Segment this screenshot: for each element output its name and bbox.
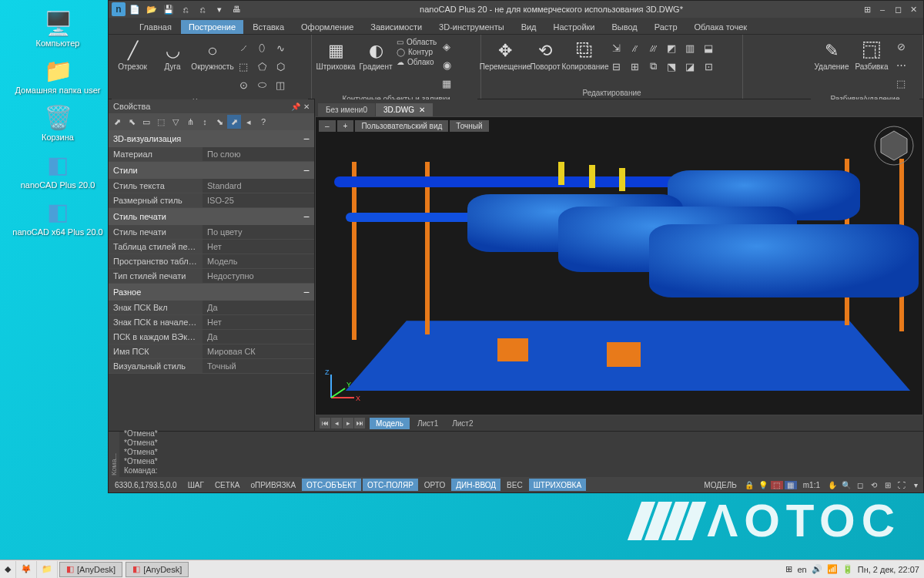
- layout-tab-sheet1[interactable]: Лист1: [411, 418, 444, 429]
- snap-toggle[interactable]: ШАГ: [183, 479, 209, 491]
- props-row[interactable]: Знак ПСК ВклДа: [109, 301, 314, 315]
- close-icon[interactable]: ✕: [303, 102, 310, 111]
- solid-icon[interactable]: ▦: [438, 75, 455, 92]
- bulb-icon[interactable]: 💡: [757, 481, 769, 489]
- boundary-button[interactable]: ◯Контур: [397, 48, 437, 56]
- clock[interactable]: Пн, 2 дек, 22:07: [858, 565, 919, 574]
- prop-value[interactable]: Standard: [203, 179, 314, 193]
- offset-icon[interactable]: ⊞: [626, 58, 643, 75]
- new-icon[interactable]: 📄: [129, 3, 141, 15]
- scale-indicator[interactable]: m1:1: [798, 479, 825, 491]
- grid-toggle[interactable]: СЕТКА: [210, 479, 245, 491]
- rotate-button[interactable]: ⟲Поворот: [526, 38, 564, 72]
- ortho-toggle[interactable]: ОРТО: [420, 479, 450, 491]
- layout-tab-model[interactable]: Модель: [370, 418, 410, 429]
- help-icon[interactable]: ⊞: [860, 3, 874, 15]
- prev-icon[interactable]: ◂: [242, 115, 256, 129]
- next-icon[interactable]: ▸: [343, 418, 353, 428]
- volume-icon[interactable]: 🔊: [812, 564, 822, 574]
- props-section-header[interactable]: Разное−: [109, 284, 314, 301]
- overkill-icon[interactable]: ⋯: [892, 56, 909, 73]
- qselect-icon[interactable]: ⬚: [154, 115, 168, 129]
- join-icon[interactable]: ◪: [681, 58, 698, 75]
- menu-icon[interactable]: ▾: [909, 481, 922, 489]
- viewport-3d[interactable]: – + Пользовательский вид Точный ZXY: [315, 116, 923, 415]
- vp-view[interactable]: Пользовательский вид: [355, 120, 448, 132]
- props-row[interactable]: Пространство таблицы ...Модель: [109, 254, 314, 269]
- tab-pointcloud[interactable]: Облака точек: [687, 20, 755, 34]
- prop-value[interactable]: ISO-25: [203, 193, 314, 207]
- start-button[interactable]: ◆: [0, 561, 16, 578]
- chamfer-icon[interactable]: ⬔: [663, 58, 680, 75]
- open-icon[interactable]: 📂: [146, 3, 158, 15]
- prop-value[interactable]: Нет: [203, 315, 314, 329]
- viewcube[interactable]: [873, 125, 915, 166]
- cursor-icon[interactable]: ⬉: [125, 115, 139, 129]
- properties-title[interactable]: Свойства 📌✕: [109, 99, 314, 113]
- prev-icon[interactable]: ◂: [331, 418, 342, 428]
- mirror-icon[interactable]: ⫽: [626, 39, 643, 56]
- minimize-icon[interactable]: –: [875, 3, 889, 15]
- copy-button[interactable]: ⿻Копирование: [566, 38, 604, 72]
- zoom-icon[interactable]: 🔍: [840, 481, 852, 489]
- collapse-icon[interactable]: −: [303, 133, 310, 145]
- props-row[interactable]: Размерный стильISO-25: [109, 193, 314, 208]
- prop-value[interactable]: Да: [203, 330, 314, 344]
- arc-button[interactable]: ◡Дуга: [153, 38, 192, 72]
- point-icon[interactable]: ⊙: [235, 76, 252, 93]
- taskbar-task[interactable]: ◧[AnyDesk]: [59, 562, 122, 577]
- dyn-toggle[interactable]: ДИН-ВВОД: [451, 479, 500, 491]
- pickadd-icon[interactable]: ⬈: [227, 115, 241, 129]
- tab-raster[interactable]: Растр: [647, 20, 685, 34]
- prop-value[interactable]: Модель: [203, 254, 314, 268]
- donut-icon[interactable]: ⬭: [253, 76, 270, 93]
- hatch-button[interactable]: ▦Штриховка: [316, 38, 355, 72]
- tray-icon[interactable]: ⊞: [785, 564, 792, 574]
- close-icon[interactable]: ✕: [906, 3, 920, 15]
- circle-button[interactable]: ○Окружность: [193, 38, 232, 72]
- funnel-icon[interactable]: ▽: [169, 115, 182, 129]
- polygon-icon[interactable]: ⬠: [253, 58, 270, 75]
- rect-icon[interactable]: ⬚: [235, 58, 252, 75]
- props-row[interactable]: Стиль текстаStandard: [109, 179, 314, 193]
- select-icon[interactable]: ▭: [139, 115, 153, 129]
- props-row[interactable]: Имя ПСКМировая СК: [109, 344, 314, 359]
- props-section-header[interactable]: 3D-визуализация−: [109, 130, 314, 147]
- props-row[interactable]: ПСК в каждом ВЭкранеДа: [109, 330, 314, 344]
- props-section-header[interactable]: Стиль печати−: [109, 208, 314, 225]
- prop-value[interactable]: Да: [203, 301, 314, 314]
- first-icon[interactable]: ⏮: [320, 418, 330, 428]
- command-line[interactable]: Кома... *Отмена* *Отмена* *Отмена* *Отме…: [109, 431, 923, 477]
- pan-icon[interactable]: ✋: [826, 481, 839, 489]
- hatch-toggle[interactable]: ШТРИХОВКА: [529, 479, 586, 491]
- fillet-icon[interactable]: ⬓: [700, 39, 717, 56]
- collapse-icon[interactable]: −: [303, 286, 310, 298]
- lock-icon[interactable]: 🔒: [743, 481, 755, 489]
- props-row[interactable]: МатериалПо слою: [109, 147, 314, 162]
- explode-button[interactable]: ⿹Разбивка: [852, 38, 891, 72]
- grid-icon[interactable]: ▦: [785, 481, 797, 489]
- tab-settings[interactable]: Настройки: [546, 20, 603, 34]
- shape-icon[interactable]: ⬡: [272, 58, 289, 75]
- props-row[interactable]: Тип стилей печатиНедоступно: [109, 269, 314, 284]
- helix-icon[interactable]: ◫: [272, 76, 289, 93]
- fill-icon[interactable]: ◈: [438, 38, 455, 55]
- props-section-header[interactable]: Стили−: [109, 162, 314, 179]
- tab-build[interactable]: Построение: [181, 20, 243, 34]
- tab-constraints[interactable]: Зависимости: [363, 20, 430, 34]
- print-icon[interactable]: 🖶: [230, 3, 243, 15]
- pick-icon[interactable]: ⬊: [213, 115, 226, 129]
- break-icon[interactable]: ⧉: [644, 58, 661, 75]
- doc-tab[interactable]: 3D.DWG✕: [376, 103, 433, 116]
- prop-value[interactable]: Точный: [203, 359, 314, 373]
- battery-icon[interactable]: 🔋: [842, 564, 853, 574]
- divide-icon[interactable]: ⬚: [892, 75, 909, 92]
- pline-icon[interactable]: ⟋: [235, 39, 252, 56]
- last-icon[interactable]: ⏭: [354, 418, 365, 428]
- props-row[interactable]: Знак ПСК в начале коо...Нет: [109, 315, 314, 330]
- purge-icon[interactable]: ⊘: [892, 38, 909, 55]
- firefox-icon[interactable]: 🦊: [16, 561, 37, 578]
- prop-value[interactable]: По слою: [203, 147, 314, 161]
- pin-icon[interactable]: 📌: [291, 102, 300, 111]
- vp-style[interactable]: Точный: [450, 120, 488, 132]
